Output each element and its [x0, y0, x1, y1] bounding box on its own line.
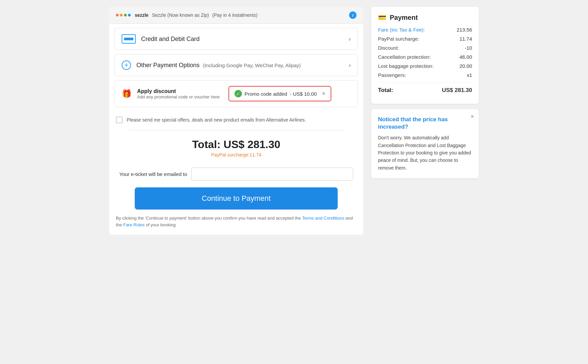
passengers-value: x1: [467, 72, 472, 78]
total-amount: Total: US$ 281.30: [116, 138, 356, 151]
fare-link[interactable]: Fare (inc Tax & Fee):: [378, 27, 425, 33]
summary-row-cancellation: Cancellation protection: 46.00: [378, 54, 472, 60]
summary-title: Payment: [390, 14, 418, 21]
total-label: Total:: [192, 138, 221, 150]
sezzle-row: sezzle Sezzle (Now known as Zip) (Pay in…: [109, 7, 363, 24]
discount-title: Apply discount: [137, 88, 220, 94]
discount-section: 🎁 Apply discount Add any promotional cod…: [115, 80, 358, 107]
promo-check-icon: ✓: [235, 90, 242, 97]
fare-rules-link[interactable]: Fare Rules: [123, 222, 145, 227]
credit-debit-label: Credit and Debit Card: [141, 36, 200, 43]
credit-debit-option[interactable]: Credit and Debit Card ›: [115, 28, 358, 50]
promo-added-text: Promo code added: [245, 91, 287, 97]
baggage-value: 20.00: [459, 63, 472, 69]
cancellation-value: 46.00: [459, 54, 472, 60]
notice-body: Don't worry. We automatically add Cancel…: [378, 134, 472, 172]
sezzle-logo: sezzle: [116, 12, 149, 18]
other-payment-option[interactable]: + Other Payment Options (Including Googl…: [115, 54, 358, 76]
payment-card-icon: 💳: [378, 13, 386, 21]
discount-text-block: Apply discount Add any promotional code …: [137, 88, 220, 99]
promo-code-box: ✓ Promo code added - US$ 10.00 ×: [228, 86, 331, 101]
paypal-value: 11.74: [459, 36, 472, 42]
summary-row-discount: Discount: -10: [378, 45, 472, 51]
terms-suffix: of your booking: [144, 222, 176, 227]
payment-summary-card: 💳 Payment Fare (inc Tax & Fee): 213.56 P…: [371, 7, 479, 104]
other-payment-label: Other Payment Options: [136, 62, 200, 69]
right-panel: 💳 Payment Fare (inc Tax & Fee): 213.56 P…: [371, 7, 479, 178]
summary-row-passengers: Passengers: x1: [378, 72, 472, 78]
gift-icon: 🎁: [122, 89, 132, 98]
terms-text: By clicking the 'Continue to payment' bu…: [109, 215, 363, 235]
summary-row-total: Total: US$ 281.30: [378, 83, 472, 94]
promo-value-text: - US$ 10.00: [290, 91, 317, 97]
passengers-label: Passengers:: [378, 72, 406, 78]
newsletter-text: Please send me special offers, deals and…: [127, 117, 306, 123]
baggage-label: Lost baggage protection:: [378, 63, 433, 69]
newsletter-row: Please send me special offers, deals and…: [109, 111, 363, 129]
discount-subtitle: Add any promotional code or voucher here: [137, 94, 220, 99]
summary-row-baggage: Lost baggage protection: 20.00: [378, 63, 472, 69]
terms-prefix: By clicking the 'Continue to payment' bu…: [116, 216, 302, 221]
sezzle-tagline: (Pay in 4 instalments): [212, 12, 258, 18]
total-value: US$ 281.30: [223, 138, 280, 150]
summary-total-label: Total:: [378, 87, 393, 94]
fare-value: 213.56: [457, 27, 472, 33]
other-payment-sub: (Including Google Pay, WeChat Pay, Alipa…: [203, 62, 301, 68]
email-row: Your e-ticket will be emailed to: [109, 164, 363, 187]
paypal-surcharge: PayPal surcharge:11.74: [116, 152, 356, 157]
continue-to-payment-button[interactable]: Continue to Payment: [135, 187, 338, 210]
summary-row-paypal: PayPal surcharge: 11.74: [378, 36, 472, 42]
email-label: Your e-ticket will be emailed to: [119, 171, 187, 177]
sezzle-logo-text: sezzle: [135, 12, 149, 18]
price-increase-notice: × Noticed that the price has increased? …: [371, 109, 479, 178]
card-icon: [122, 34, 136, 44]
summary-row-fare: Fare (inc Tax & Fee): 213.56: [378, 27, 472, 33]
total-section: Total: US$ 281.30 PayPal surcharge:11.74: [109, 132, 363, 164]
plus-icon: +: [122, 60, 131, 70]
newsletter-checkbox[interactable]: [116, 117, 123, 123]
cancellation-label: Cancellation protection:: [378, 54, 431, 60]
sezzle-info-icon[interactable]: i: [349, 11, 356, 19]
terms-and-conditions-link[interactable]: Terms and Conditions: [302, 216, 344, 221]
notice-close-button[interactable]: ×: [470, 113, 474, 120]
summary-header: 💳 Payment: [378, 13, 472, 21]
notice-title: Noticed that the price has increased?: [378, 116, 472, 131]
discount-label: Discount:: [378, 45, 399, 51]
other-payment-chevron: ›: [349, 62, 351, 69]
paypal-label: PayPal surcharge:: [378, 36, 419, 42]
sezzle-name: Sezzle (Now known as Zip): [152, 12, 209, 18]
summary-total-value: US$ 281.30: [442, 87, 472, 94]
discount-value: -10: [465, 45, 472, 51]
email-input[interactable]: [191, 168, 353, 181]
credit-debit-chevron: ›: [349, 36, 351, 43]
divider: [129, 130, 343, 130]
promo-close-button[interactable]: ×: [322, 91, 325, 97]
